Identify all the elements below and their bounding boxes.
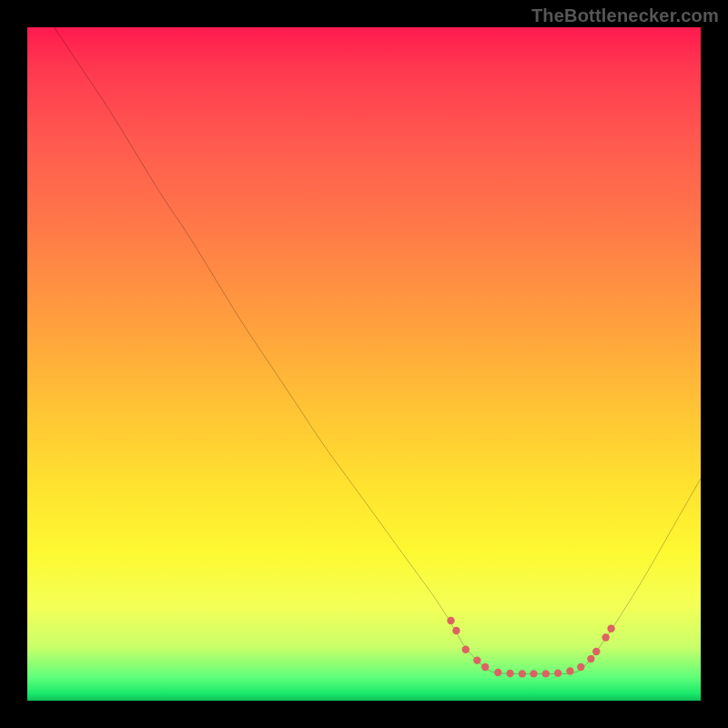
curve-marker	[506, 670, 513, 677]
chart-svg	[27, 27, 701, 701]
curve-marker	[566, 667, 573, 674]
curve-marker	[462, 646, 470, 653]
bottleneck-curve	[55, 27, 701, 674]
curve-marker-group	[447, 617, 615, 678]
curve-marker	[587, 655, 594, 662]
chart-plot-area	[27, 27, 701, 701]
curve-marker	[481, 663, 489, 671]
curve-marker	[592, 648, 600, 655]
curve-marker	[542, 670, 550, 677]
curve-marker	[602, 633, 609, 641]
curve-marker	[452, 627, 460, 634]
attribution-label: TheBottlenecker.com	[531, 5, 719, 26]
curve-marker	[577, 663, 584, 671]
curve-marker	[530, 670, 537, 677]
curve-marker	[473, 656, 480, 663]
curve-marker	[447, 617, 454, 624]
curve-marker	[607, 625, 614, 632]
curve-marker	[519, 670, 526, 677]
curve-marker	[494, 669, 501, 676]
curve-marker	[554, 669, 561, 676]
